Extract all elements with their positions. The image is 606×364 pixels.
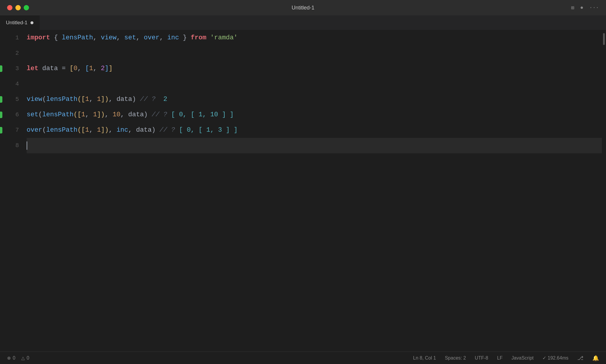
token-paren1: ( — [42, 92, 46, 107]
line-gutter: 1 2 3 4 5 6 7 8 — [0, 30, 24, 352]
split-editor-icon[interactable]: ⊞ — [571, 4, 574, 11]
error-count[interactable]: ⊗ 0 — [7, 355, 15, 361]
token-comma12: , — [89, 123, 97, 138]
maximize-button[interactable] — [24, 5, 29, 10]
cursor — [27, 141, 27, 150]
line-number-8: 8 — [11, 138, 19, 153]
token-comma9: , — [85, 107, 93, 123]
cursor-position[interactable]: Ln 8, Col 1 — [413, 355, 436, 361]
token-rparen1: ) — [132, 92, 136, 107]
line-ending[interactable]: LF — [497, 355, 503, 361]
minimize-button[interactable] — [15, 5, 21, 10]
token-one3: 1 — [97, 92, 101, 107]
editor-scrollbar[interactable] — [602, 30, 606, 352]
token-data3: data — [136, 123, 152, 138]
token-import: import — [27, 30, 50, 46]
token-comma6: , — [93, 61, 101, 76]
token-from: from — [191, 30, 207, 46]
token-over: over — [144, 30, 159, 46]
token-comma4: , — [159, 30, 167, 46]
token-ramda: 'ramda' — [210, 30, 238, 46]
token-ten: 10 — [112, 107, 120, 123]
remote-icon[interactable]: ⎇ — [577, 355, 584, 361]
warning-count[interactable]: △ 0 — [21, 355, 29, 361]
token-data2: data — [128, 107, 144, 123]
token-lenspath: lensPath — [62, 30, 93, 46]
token-comment-val3: [ 0, [ 1, 3 ] ] — [179, 123, 238, 138]
code-line-1: import { lensPath, view, set, over, inc … — [27, 30, 602, 46]
token-bracket-open2: [ — [85, 61, 89, 76]
more-actions-icon[interactable]: ··· — [589, 5, 599, 11]
token-rparen4: ]) — [97, 107, 105, 123]
token-comma13: , — [109, 123, 116, 138]
warning-icon: △ — [21, 355, 25, 361]
token-one6: 1 — [85, 123, 89, 138]
code-line-5: view(lensPath([1, 1]), data) // ? 2 — [27, 92, 602, 107]
gutter-row-1: 1 — [11, 30, 19, 46]
line-number-4: 4 — [11, 76, 19, 92]
token-lparen4: ([ — [73, 107, 81, 123]
gutter-row-6: 6 — [11, 107, 19, 123]
title-bar-actions: ⊞ ● ··· — [571, 4, 599, 11]
close-button[interactable] — [7, 5, 12, 10]
empty-line-4 — [27, 76, 30, 92]
token-inc: inc — [167, 30, 179, 46]
language-mode[interactable]: JavaScript — [512, 355, 534, 361]
token-one7: 1 — [97, 123, 101, 138]
breakpoint-7[interactable] — [0, 127, 2, 133]
token-eq: = — [62, 61, 70, 76]
token-comment3: // ? — [156, 123, 179, 138]
token-view-call: view — [27, 92, 42, 107]
token-over-call: over — [27, 123, 42, 138]
token-zero: 0 — [73, 61, 77, 76]
encoding[interactable]: UTF-8 — [475, 355, 488, 361]
warning-count-value: 0 — [27, 355, 29, 361]
code-editor[interactable]: import { lensPath, view, set, over, inc … — [24, 30, 602, 352]
token-one2: 1 — [85, 92, 89, 107]
error-icon: ⊗ — [7, 355, 11, 361]
token-rparen2: ]) — [101, 92, 109, 107]
title-bar: Untitled-1 ⊞ ● ··· — [0, 0, 606, 15]
gutter-row-4: 4 — [11, 76, 19, 92]
token-let: let — [27, 61, 38, 76]
token-comma14: , — [128, 123, 136, 138]
code-line-7: over(lensPath([1, 1]), inc, data) // ? [… — [27, 123, 602, 138]
code-line-2 — [27, 46, 602, 61]
window-title: Untitled-1 — [291, 5, 314, 11]
token-close-brace: } — [179, 30, 191, 46]
token-comment2: // ? — [148, 107, 171, 123]
timing: ✓ 192.64ms — [542, 355, 568, 361]
circle-icon[interactable]: ● — [580, 5, 584, 11]
status-bar: ⊗ 0 △ 0 Ln 8, Col 1 Spaces: 2 UTF-8 LF J… — [0, 352, 606, 364]
editor-container: 1 2 3 4 5 6 7 8 import { len — [0, 30, 606, 352]
token-data-var: data — [38, 61, 62, 76]
breakpoint-3[interactable] — [0, 65, 2, 72]
traffic-lights — [7, 5, 29, 10]
token-comma1: , — [93, 30, 101, 46]
token-bracket-close1: ] — [109, 61, 112, 76]
token-comma3: , — [136, 30, 144, 46]
token-inc-arg: inc — [117, 123, 128, 138]
tab-bar: Untitled-1 — [0, 15, 606, 30]
token-rparen3: ) — [144, 107, 148, 123]
token-lparen6: ([ — [78, 123, 85, 138]
token-space-from — [206, 30, 210, 46]
tab-untitled-1[interactable]: Untitled-1 — [0, 15, 40, 30]
code-line-3: let data = [0, [1, 2]] — [27, 61, 602, 76]
token-punct-1: { — [50, 30, 62, 46]
breakpoint-5[interactable] — [0, 96, 2, 103]
token-one1: 1 — [89, 61, 93, 76]
notification-icon[interactable]: 🔔 — [592, 355, 599, 361]
breakpoint-6[interactable] — [0, 112, 2, 118]
token-comment-val1: 2 — [159, 92, 167, 107]
code-line-8[interactable] — [27, 138, 602, 153]
gutter-row-7: 7 — [11, 123, 19, 138]
line-number-5: 5 — [11, 92, 19, 107]
gutter-row-3: 3 — [11, 61, 19, 76]
token-view: view — [101, 30, 117, 46]
scrollbar-thumb[interactable] — [603, 33, 605, 45]
indentation[interactable]: Spaces: 2 — [445, 355, 466, 361]
status-bar-right: Ln 8, Col 1 Spaces: 2 UTF-8 LF JavaScrip… — [413, 355, 599, 361]
token-lenspath-call3: lensPath — [46, 123, 78, 138]
status-bar-left: ⊗ 0 △ 0 — [7, 355, 29, 361]
